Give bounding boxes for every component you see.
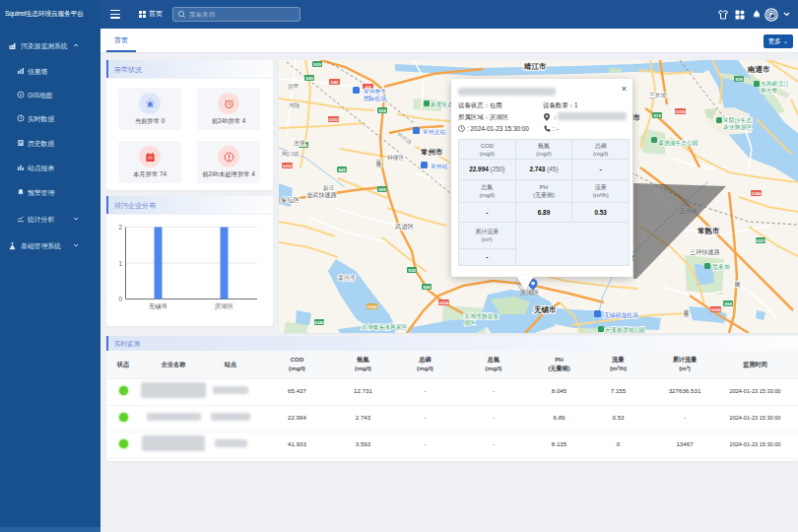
- svg-text:无锡市: 无锡市: [533, 305, 557, 314]
- svg-text:S39: S39: [313, 62, 321, 67]
- svg-text:洪甲: 洪甲: [287, 84, 299, 91]
- svg-text:X302: X302: [367, 304, 377, 309]
- svg-text:金坛区: 金坛区: [281, 196, 300, 203]
- svg-text:假区: 假区: [464, 319, 476, 326]
- svg-text:G524: G524: [438, 300, 449, 305]
- svg-text:农业旅游区: 农业旅游区: [723, 123, 752, 131]
- svg-text:常熟市: 常熟市: [698, 227, 720, 235]
- svg-text:G233: G233: [282, 164, 293, 168]
- svg-text:黄河湾: 黄河湾: [338, 275, 356, 282]
- svg-text:闸口镇: 闸口镇: [282, 151, 299, 158]
- svg-text:太湖鼋头渚风景区: 太湖鼋头渚风景区: [362, 323, 408, 331]
- svg-text:S38: S38: [408, 268, 416, 273]
- svg-text:常州市: 常州市: [421, 148, 443, 157]
- svg-text:S227: S227: [756, 238, 765, 243]
- svg-text:鸿陵: 鸿陵: [289, 101, 300, 108]
- svg-text:国际机场: 国际机场: [364, 95, 386, 102]
- svg-text:G42: G42: [331, 80, 340, 85]
- svg-text:G346: G346: [751, 191, 762, 196]
- svg-text:2: 2: [118, 224, 122, 231]
- svg-text:新庄: 新庄: [323, 184, 335, 191]
- svg-text:武进区: 武进区: [394, 223, 415, 231]
- svg-text:S95: S95: [378, 187, 386, 192]
- svg-text:昆承湖: 昆承湖: [712, 263, 730, 271]
- svg-text:S240: S240: [314, 320, 324, 325]
- svg-text:常州北站: 常州北站: [423, 129, 445, 136]
- svg-text:风光带: 风光带: [761, 88, 778, 95]
- svg-text:黄泗浦生态公园: 黄泗浦生态公园: [658, 140, 698, 147]
- svg-text:无锡硕放机场: 无锡硕放机场: [604, 311, 638, 319]
- svg-text:连埂: 连埂: [294, 140, 305, 147]
- svg-text:常州站: 常州站: [431, 164, 448, 170]
- svg-text:靖江市: 靖江市: [523, 62, 547, 71]
- svg-text:南通市: 南通市: [747, 65, 770, 74]
- svg-text:常阴沙生态: 常阴沙生态: [723, 117, 752, 124]
- svg-text:常州奔牛: 常州奔牛: [364, 89, 386, 95]
- svg-text:G312: G312: [328, 117, 339, 122]
- svg-text:S28: S28: [735, 77, 743, 82]
- svg-text:G524: G524: [710, 307, 721, 312]
- svg-text:三环快速路: 三环快速路: [690, 248, 720, 256]
- svg-text:三井埠: 三井埠: [649, 93, 667, 99]
- svg-text:钟楼区: 钟楼区: [386, 154, 405, 161]
- svg-text:大溪港湿地公园: 大溪港湿地公园: [605, 326, 645, 333]
- svg-text:0: 0: [118, 296, 122, 302]
- svg-text:S48: S48: [423, 285, 431, 290]
- svg-text:S38: S38: [378, 108, 386, 113]
- svg-text:S19: S19: [653, 113, 661, 118]
- svg-text:东风桥滨江: 东风桥滨江: [761, 81, 789, 88]
- svg-text:金武快速路: 金武快速路: [306, 191, 337, 199]
- svg-text:滨湖区: 滨湖区: [214, 302, 234, 310]
- svg-text:无锡市: 无锡市: [149, 302, 167, 310]
- svg-text:G336: G336: [675, 109, 686, 114]
- svg-text:太湖湾旅游度: 太湖湾旅游度: [464, 312, 499, 320]
- svg-text:S58: S58: [724, 301, 732, 306]
- svg-text:1: 1: [118, 260, 122, 267]
- svg-text:S45: S45: [338, 167, 346, 172]
- svg-text:S49: S49: [305, 76, 313, 81]
